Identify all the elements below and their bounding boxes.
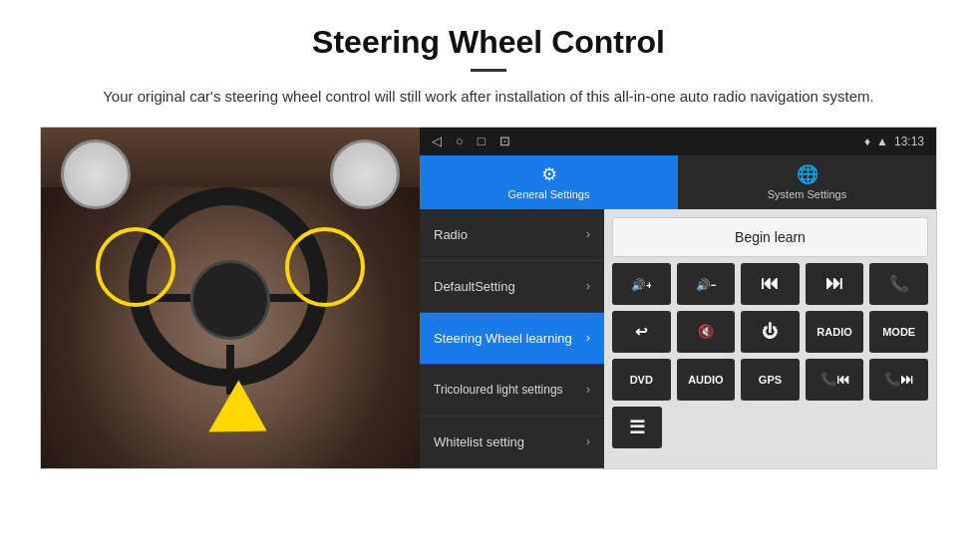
nav-icons: ◁ ○ □ ⊡ — [432, 134, 510, 148]
content-area: ◁ ○ □ ⊡ ♦ ▲ 13:13 ⚙ General Settings — [40, 127, 937, 469]
tab-general-settings[interactable]: ⚙ General Settings — [420, 155, 678, 209]
menu-whitelist-label: Whitelist setting — [434, 434, 524, 449]
menu-radio-label: Radio — [434, 227, 468, 242]
car-image-panel — [41, 128, 420, 468]
main-content: Radio › DefaultSetting › Steering Wheel … — [420, 209, 936, 468]
tab-system-settings[interactable]: 🌐 System Settings — [678, 155, 936, 209]
begin-learn-button[interactable]: Begin learn — [612, 217, 928, 257]
tab-general-label: General Settings — [508, 188, 590, 200]
menu-item-radio[interactable]: Radio › — [420, 209, 604, 261]
steering-wheel-center — [190, 260, 270, 340]
volume-down-button[interactable]: 🔊− — [677, 263, 736, 305]
svg-text:🔊−: 🔊− — [696, 278, 716, 292]
gps-button[interactable]: GPS — [741, 359, 800, 401]
controls-panel: Begin learn 🔊+ 🔊− ⏮ ⏭ 📞 — [604, 209, 936, 468]
mode-button[interactable]: MODE — [869, 311, 928, 353]
chevron-right-icon: › — [586, 434, 590, 448]
begin-learn-row: Begin learn — [612, 217, 928, 257]
highlight-circle-left — [96, 227, 175, 307]
radio-button[interactable]: RADIO — [806, 311, 864, 353]
page-subtitle: Your original car's steering wheel contr… — [40, 86, 937, 109]
chevron-right-icon: › — [586, 383, 590, 397]
screenshot-icon[interactable]: ⊡ — [499, 134, 510, 148]
system-icon: 🌐 — [797, 163, 818, 185]
call-prev-button[interactable]: 📞⏮ — [806, 359, 864, 401]
chevron-right-icon: › — [586, 331, 590, 345]
gauge-right — [330, 140, 400, 209]
menu-item-steering[interactable]: Steering Wheel learning › — [420, 313, 604, 365]
location-icon: ♦ — [864, 135, 870, 148]
android-panel: ◁ ○ □ ⊡ ♦ ▲ 13:13 ⚙ General Settings — [420, 128, 936, 468]
call-button[interactable]: 📞 — [869, 263, 928, 305]
control-row-2: ↩ 🔇 ⏻ RADIO MODE — [612, 311, 928, 353]
home-icon[interactable]: ○ — [456, 134, 464, 148]
chevron-right-icon: › — [586, 279, 590, 293]
back-icon[interactable]: ◁ — [432, 134, 442, 148]
menu-steering-label: Steering Wheel learning — [434, 331, 572, 346]
arrow-container — [220, 389, 270, 448]
menu-default-label: DefaultSetting — [434, 279, 515, 294]
page-title: Steering Wheel Control — [40, 24, 937, 61]
tab-system-label: System Settings — [768, 188, 846, 200]
gear-icon: ⚙ — [541, 163, 557, 185]
end-call-button[interactable]: ↩ — [612, 311, 671, 353]
menu-item-defaultsetting[interactable]: DefaultSetting › — [420, 261, 604, 313]
wifi-icon: ▲ — [876, 135, 888, 148]
svg-text:🔊+: 🔊+ — [631, 278, 651, 292]
left-menu: Radio › DefaultSetting › Steering Wheel … — [420, 209, 604, 468]
control-row-4: ☰ — [612, 407, 928, 448]
highlight-circle-right — [285, 227, 365, 307]
mute-button[interactable]: 🔇 — [677, 311, 736, 353]
dvd-button[interactable]: DVD — [612, 359, 671, 401]
list-icon-button[interactable]: ☰ — [612, 407, 662, 448]
status-right: ♦ ▲ 13:13 — [864, 135, 924, 148]
call-next-button[interactable]: 📞⏭ — [869, 359, 928, 401]
prev-track-button[interactable]: ⏮ — [741, 263, 800, 305]
volume-up-button[interactable]: 🔊+ — [612, 263, 671, 305]
menu-item-whitelist[interactable]: Whitelist setting › — [420, 417, 604, 468]
audio-button[interactable]: AUDIO — [677, 359, 736, 401]
control-row-3: DVD AUDIO GPS 📞⏮ 📞⏭ — [612, 359, 928, 401]
top-tabs: ⚙ General Settings 🌐 System Settings — [420, 155, 936, 209]
next-track-button[interactable]: ⏭ — [806, 263, 864, 305]
power-button[interactable]: ⏻ — [741, 311, 800, 353]
menu-item-tricoloured[interactable]: Tricoloured light settings › — [420, 365, 604, 417]
menu-tricolour-label: Tricoloured light settings — [434, 383, 563, 397]
title-divider — [471, 69, 506, 72]
status-time: 13:13 — [894, 135, 924, 148]
gauge-left — [61, 140, 131, 209]
control-row-1: 🔊+ 🔊− ⏮ ⏭ 📞 — [612, 263, 928, 305]
chevron-right-icon: › — [586, 227, 590, 241]
recents-icon[interactable]: □ — [478, 134, 486, 148]
status-bar: ◁ ○ □ ⊡ ♦ ▲ 13:13 — [420, 128, 936, 155]
